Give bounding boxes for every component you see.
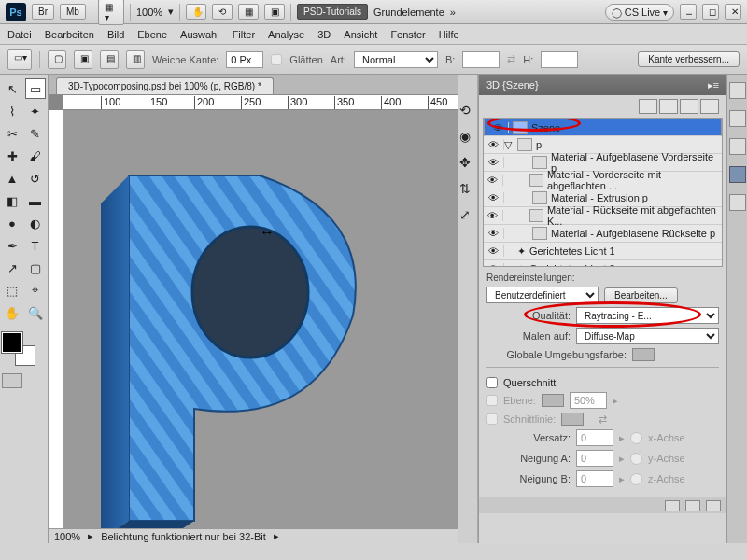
rotate-view-icon[interactable]: ⟲ — [212, 4, 233, 20]
new-selection-icon[interactable]: ▢ — [48, 50, 66, 69]
history-brush-tool[interactable]: ↺ — [25, 168, 46, 189]
menu-fenster[interactable]: Fenster — [390, 29, 425, 40]
scene-row-light[interactable]: 👁✦Gerichtetes Licht 1 — [484, 243, 722, 260]
brush-tool[interactable]: 🖌 — [25, 146, 46, 166]
eraser-tool[interactable]: ◧ — [2, 190, 22, 211]
panel-menu-icon[interactable]: ▸≡ — [708, 79, 719, 91]
shape-tool[interactable]: ▢ — [25, 258, 46, 278]
feather-input[interactable] — [226, 51, 263, 68]
dock-layers-icon[interactable] — [729, 194, 746, 211]
dodge-tool[interactable]: ◐ — [25, 213, 46, 233]
add-selection-icon[interactable]: ▣ — [74, 50, 92, 69]
new-light-icon[interactable] — [685, 500, 700, 511]
render-edit-button[interactable]: Bearbeiten... — [604, 287, 678, 303]
move-tool[interactable]: ↖ — [2, 78, 22, 99]
antialias-label: Glätten — [289, 54, 322, 65]
pen-tool[interactable]: ✒ — [2, 235, 22, 256]
canvas[interactable]: ↔ — [63, 110, 458, 528]
scene-row-material[interactable]: 👁Material - Vorderseite mit abgeflachten… — [484, 172, 722, 189]
scene-row-light[interactable]: 👁✦Gerichtetes Licht 2 — [484, 260, 722, 267]
subtract-selection-icon[interactable]: ▤ — [100, 50, 119, 69]
render-preset-select[interactable]: Benutzerdefiniert — [486, 287, 599, 303]
scene-tree[interactable]: 👁Szene 👁▽p 👁Material - Aufgeblasene Vord… — [483, 118, 723, 267]
hand-tool-icon[interactable]: ✋ — [186, 4, 206, 20]
status-zoom[interactable]: 100% — [54, 531, 80, 542]
menu-ebene[interactable]: Ebene — [137, 29, 167, 40]
menu-ansicht[interactable]: Ansicht — [344, 29, 377, 40]
zoom-tool[interactable]: 🔍 — [25, 302, 46, 323]
menu-bearbeiten[interactable]: Bearbeiten — [45, 29, 94, 40]
3d-tool[interactable]: ⬚ — [2, 280, 22, 301]
cslive-button[interactable]: ◯ CS Live ▾ — [605, 4, 674, 21]
cross-section-label: Querschnitt — [503, 377, 556, 388]
dock-3d-icon[interactable] — [729, 166, 746, 183]
wand-tool[interactable]: ✦ — [25, 101, 46, 121]
intersect-selection-icon[interactable]: ▥ — [126, 50, 145, 69]
panel-header[interactable]: 3D {Szene} ▸≡ — [479, 75, 726, 95]
scene-row-szene[interactable]: 👁Szene — [484, 119, 722, 136]
filter-scene-icon[interactable] — [639, 99, 657, 114]
tool-preset-icon[interactable]: ▭▾ — [7, 49, 32, 70]
view-extras-button[interactable]: ▦ ▾ — [98, 0, 124, 25]
crop-tool[interactable]: ✂ — [2, 123, 22, 144]
workspace-next[interactable]: Grundelemente — [374, 7, 444, 18]
cross-section-checkbox[interactable] — [486, 377, 498, 388]
maximize-icon[interactable]: ◻ — [702, 4, 719, 20]
type-tool[interactable]: T — [25, 235, 46, 256]
menu-analyse[interactable]: Analyse — [268, 29, 304, 40]
paint-on-select[interactable]: Diffuse-Map — [576, 328, 719, 344]
menu-filter[interactable]: Filter — [233, 29, 255, 40]
refine-edge-button[interactable]: Kante verbessern... — [638, 51, 740, 67]
ruler-horizontal[interactable]: 100150200250300350400450 — [63, 95, 458, 110]
filter-light-icon[interactable] — [700, 99, 719, 114]
hand-tool[interactable]: ✋ — [2, 302, 22, 323]
scene-row-material[interactable]: 👁Material - Aufgeblasene Rückseite p — [484, 225, 722, 243]
marquee-tool[interactable]: ▭ — [25, 78, 46, 99]
3d-roll-icon[interactable]: ◉ — [459, 129, 476, 146]
style-select[interactable]: Normal — [354, 51, 438, 68]
heal-tool[interactable]: ✚ — [2, 146, 22, 166]
arrange-docs-icon[interactable]: ▦ — [238, 4, 259, 20]
blur-tool[interactable]: ● — [2, 213, 22, 233]
close-icon[interactable]: ✕ — [725, 4, 741, 20]
menu-auswahl[interactable]: Auswahl — [180, 29, 219, 40]
minibridge-button[interactable]: Mb — [60, 4, 86, 20]
dock-swatches-icon[interactable] — [729, 110, 746, 127]
menu-datei[interactable]: Datei — [7, 29, 32, 40]
workspace-selector[interactable]: PSD-Tutorials — [297, 4, 368, 20]
minimize-icon[interactable]: ⎽ — [680, 4, 697, 20]
3d-slide-icon[interactable]: ⇅ — [459, 181, 476, 198]
menu-bild[interactable]: Bild — [107, 29, 124, 40]
menu-hilfe[interactable]: Hilfe — [439, 29, 459, 40]
ruler-vertical[interactable] — [49, 110, 63, 528]
dock-adjustments-icon[interactable] — [729, 138, 746, 155]
global-ambient-color[interactable] — [632, 348, 655, 361]
menu-3d[interactable]: 3D — [317, 29, 331, 40]
eyedropper-tool[interactable]: ✎ — [25, 123, 46, 144]
dock-color-icon[interactable] — [729, 82, 746, 99]
bridge-button[interactable]: Br — [32, 4, 54, 20]
3d-rotate-icon[interactable]: ⟲ — [459, 103, 476, 119]
quality-select[interactable]: Raytracing - E... — [576, 307, 719, 324]
toggle-lights-icon[interactable] — [665, 500, 680, 511]
filter-mesh-icon[interactable] — [659, 99, 678, 114]
delete-icon[interactable] — [706, 500, 721, 511]
zoom-level[interactable]: 100% — [136, 7, 162, 18]
3d-pan-icon[interactable]: ✥ — [459, 155, 476, 172]
lasso-tool[interactable]: ⌇ — [2, 101, 22, 121]
scene-row-material[interactable]: 👁Material - Rückseite mit abgeflachten K… — [484, 207, 722, 225]
3d-scale-icon[interactable]: ⤢ — [459, 207, 476, 224]
stamp-tool[interactable]: ▲ — [2, 168, 22, 189]
color-swatches[interactable] — [2, 332, 35, 366]
document-tab[interactable]: 3D-Typocomposing.psd bei 100% (p, RGB/8)… — [56, 77, 274, 94]
chevron-right-icon[interactable]: » — [450, 7, 456, 18]
gradient-tool[interactable]: ▬ — [25, 190, 46, 211]
x-axis-radio — [630, 432, 642, 444]
screen-mode-icon[interactable]: ▣ — [264, 4, 285, 20]
path-select-tool[interactable]: ↗ — [2, 258, 22, 278]
filter-material-icon[interactable] — [680, 99, 698, 114]
quick-mask[interactable] — [2, 373, 46, 388]
3d-camera-tool[interactable]: ⌖ — [25, 280, 46, 301]
panel-column: ⟲ ◉ ✥ ⇅ ⤢ 3D {Szene} ▸≡ 👁Szene 👁▽p 👁Mate… — [458, 75, 747, 543]
intersection-checkbox — [486, 413, 498, 425]
